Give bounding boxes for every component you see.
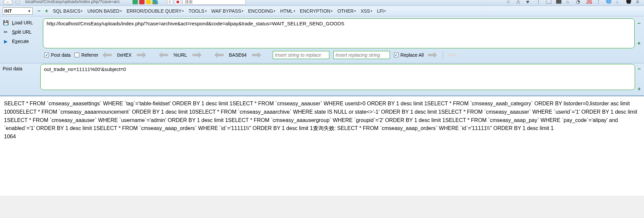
menu-label: LFI (377, 8, 384, 14)
noscript-icon[interactable]: JS (586, 0, 591, 4)
response-output[interactable]: SELECT * FROM `cmseasy_aaasettings` WHER… (0, 96, 644, 196)
split-url-button[interactable]: ✂ Split URL (3, 29, 41, 35)
menu-label: ERROR/DOUBLE QUERY (127, 8, 181, 14)
caret-down-icon: ▼ (28, 9, 31, 13)
checkbox-checked-icon: ✔ (394, 53, 399, 57)
globe-icon[interactable] (606, 0, 611, 4)
base64-decode-button[interactable] (214, 52, 224, 58)
post-add-button[interactable]: + (638, 86, 641, 92)
chevron-down-icon: ▾ (274, 9, 275, 13)
menu-union-based[interactable]: UNION BASED▾ (87, 8, 122, 14)
alert-icon[interactable]: ⚠ (516, 0, 521, 4)
replace-find-input[interactable] (273, 51, 329, 59)
chevron-down-icon: ▾ (371, 9, 372, 13)
back-icon[interactable]: ← (3, 0, 13, 4)
url-remove-button[interactable]: − (637, 20, 640, 26)
download-icon[interactable]: ↓ (616, 0, 621, 4)
menu-sql-basics[interactable]: SQL BASICS▾ (53, 8, 83, 14)
replace-with-input[interactable] (333, 51, 390, 59)
menu-lfi[interactable]: LFI▾ (377, 8, 386, 14)
ext-icon[interactable] (153, 0, 158, 4)
oxhex-decode-button[interactable] (103, 52, 112, 58)
center-column: ✔ Post data Referrer 0xHEX %URL BASE64 ✔ (43, 18, 635, 60)
sync-icon[interactable]: ◔ (576, 0, 581, 4)
menu-label: OTHER (337, 8, 354, 14)
ext-icon[interactable] (139, 0, 145, 4)
panel-icon[interactable] (546, 0, 551, 4)
checkbox-checked-icon: ✔ (44, 53, 49, 57)
post-data-checkbox[interactable]: ✔ Post data (44, 52, 71, 58)
scissors-icon: ✂ (3, 29, 9, 35)
menu-waf-bypass[interactable]: WAF BYPASS▾ (211, 8, 243, 14)
chevron-down-icon: ▾ (120, 9, 122, 13)
urlenc-decode-button[interactable] (159, 52, 168, 58)
post-data-input[interactable] (40, 64, 635, 90)
chevron-down-icon: ▾ (384, 9, 386, 13)
play-icon: ▶ (3, 38, 9, 44)
int-select[interactable]: INT ▼ (3, 7, 33, 15)
chevron-down-icon: ▾ (354, 9, 356, 13)
browser-search: C (167, 0, 246, 5)
shield-icon[interactable] (626, 0, 631, 4)
chevron-down-icon: ▾ (242, 9, 243, 13)
oxhex-encode-button[interactable] (137, 52, 146, 58)
referrer-checkbox-label: Referrer (81, 52, 98, 58)
referrer-checkbox[interactable]: Referrer (75, 52, 98, 58)
home-icon[interactable]: ⌂ (566, 0, 571, 4)
menu-xss[interactable]: XSS▾ (361, 8, 372, 14)
replace-next-button[interactable] (448, 52, 458, 58)
bookmark-icons (133, 0, 158, 4)
post-data-checkbox-label: Post data (51, 52, 71, 58)
ext-icon[interactable] (133, 0, 138, 4)
menu-encoding[interactable]: ENCODING▾ (248, 8, 275, 14)
urlenc-label: %URL (173, 52, 187, 58)
increment-button[interactable]: + (45, 8, 48, 14)
identity-icon (15, 0, 20, 4)
menu-encryption[interactable]: ENCRYPTION▾ (300, 8, 333, 14)
url-input[interactable] (43, 18, 635, 48)
int-label: INT (4, 8, 12, 14)
replace-forward-button[interactable] (428, 52, 437, 58)
menu-label: SQL BASICS (53, 8, 81, 14)
menu-label: TOOLS (188, 8, 204, 14)
pocket-icon[interactable] (556, 0, 561, 4)
chevron-down-icon: ▾ (205, 9, 207, 13)
menu-label: ENCRYPTION (300, 8, 331, 14)
menu-html[interactable]: HTML▾ (280, 8, 295, 14)
search-engine-icon[interactable] (175, 0, 180, 4)
post-remove-button[interactable]: − (638, 66, 641, 72)
heart-icon[interactable]: ♥ (526, 0, 531, 4)
star-icon[interactable]: ☆ (506, 0, 511, 4)
urlenc-encode-button[interactable] (192, 52, 202, 58)
menu-label: XSS (361, 8, 370, 14)
decrement-button[interactable]: − (37, 8, 40, 14)
post-data-area: Post data − + (0, 63, 644, 96)
menu-label: ENCODING (248, 8, 273, 14)
browser-search-input[interactable] (182, 0, 246, 5)
menu-label: UNION BASED (87, 8, 119, 14)
browser-chrome-hint: ← localhost/CmsEasy/uploads/index.php/?c… (0, 0, 644, 6)
menu-icon[interactable]: ≡ (636, 0, 641, 4)
disk-icon: 💾 (3, 20, 9, 26)
menu-other[interactable]: OTHER▾ (337, 8, 356, 14)
reload-icon[interactable]: C (167, 0, 173, 5)
hackbar-menubar: INT ▼ − + SQL BASICS▾ UNION BASED▾ ERROR… (0, 6, 644, 16)
url-add-button[interactable]: + (637, 40, 640, 46)
sql-dump-text: SELECT * FROM `cmseasy_aaasettings` WHER… (4, 101, 637, 131)
menu-label: WAF BYPASS (211, 8, 241, 14)
load-url-button[interactable]: 💾 Load URL (3, 20, 41, 26)
menu-error-double[interactable]: ERROR/DOUBLE QUERY▾ (127, 8, 184, 14)
menu-label: HTML (280, 8, 293, 14)
load-url-label: Load URL (12, 20, 33, 25)
error-code: 1064 (4, 134, 16, 139)
execute-button[interactable]: ▶ Execute (3, 38, 41, 44)
replace-all-checkbox[interactable]: ✔ Replace All (394, 52, 424, 58)
base64-encode-button[interactable] (252, 52, 261, 58)
url-bar-fragment[interactable]: localhost/CmsEasy/uploads/index.php/?cas… (25, 0, 120, 4)
url-side-buttons: − + (637, 18, 641, 60)
ext-icon[interactable] (146, 0, 151, 4)
separator-icon: ⋮ (596, 0, 601, 4)
chevron-down-icon: ▾ (182, 9, 184, 13)
chevron-down-icon: ▾ (294, 9, 295, 13)
menu-tools[interactable]: TOOLS▾ (188, 8, 206, 14)
